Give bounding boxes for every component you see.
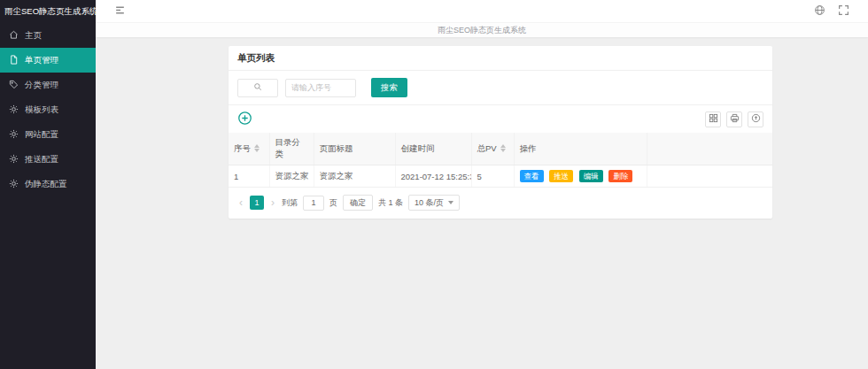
sidebar-item-home[interactable]: 主页	[0, 23, 96, 48]
prev-page-button[interactable]: ‹	[237, 197, 244, 208]
column-header-category: 目录分类	[269, 133, 314, 165]
sidebar-item-label: 伪静态配置	[25, 179, 67, 190]
table-row: 1 资源之家 资源之家 2021-07-12 15:25:35 5 查看 推送 …	[229, 165, 772, 188]
export-icon	[751, 113, 761, 125]
menu-collapse-icon	[114, 4, 126, 19]
gear-icon	[9, 154, 19, 165]
column-header-filler	[647, 133, 772, 165]
push-button[interactable]: 推送	[549, 170, 573, 182]
page-size-select[interactable]: 10 条/页	[408, 195, 460, 211]
single-page-list-card: 单页列表 搜索	[229, 46, 772, 219]
search-field-selector[interactable]	[237, 79, 278, 97]
cell-category: 资源之家	[269, 165, 314, 188]
next-page-button[interactable]: ›	[269, 197, 276, 208]
column-header-actions: 操作	[514, 133, 647, 165]
fullscreen-icon	[838, 4, 849, 19]
add-button[interactable]	[237, 111, 252, 127]
app-window: 雨尘SEO静态页生成系统 主页 单页管理 分类管理 模板列表 网站配置	[0, 0, 868, 369]
cell-page-title: 资源之家	[314, 165, 395, 188]
plus-circle-icon	[237, 111, 252, 127]
cell-filler	[647, 165, 772, 188]
card-title: 单页列表	[229, 46, 772, 71]
sidebar: 雨尘SEO静态页生成系统 主页 单页管理 分类管理 模板列表 网站配置	[0, 0, 96, 369]
search-row: 搜索	[229, 71, 772, 105]
tag-icon	[9, 80, 19, 91]
sidebar-item-label: 主页	[25, 30, 42, 42]
sidebar-item-label: 网站配置	[25, 129, 58, 141]
filter-columns-button[interactable]	[705, 111, 721, 127]
topbar	[96, 0, 868, 22]
chevron-down-icon	[448, 201, 453, 204]
menu-collapse-button[interactable]	[108, 0, 132, 22]
total-count-label: 共 1 条	[378, 197, 403, 209]
main-area: 雨尘SEO静态页生成系统 单页列表 搜索	[96, 0, 868, 369]
sidebar-item-site-config[interactable]: 网站配置	[0, 122, 96, 147]
single-page-table: 序号 目录分类 页面标题 创建时间 总PV 操作 1 资源之家	[229, 133, 772, 188]
globe-icon	[814, 4, 825, 19]
cell-actions: 查看 推送 编辑 删除	[514, 165, 647, 188]
column-header-page-title: 页面标题	[314, 133, 395, 165]
table-tools	[705, 111, 763, 127]
sidebar-item-template[interactable]: 模板列表	[0, 97, 96, 122]
gear-icon	[9, 104, 19, 116]
sidebar-item-label: 模板列表	[25, 104, 58, 116]
column-header-created-at: 创建时间	[395, 133, 471, 165]
content-area: 单页列表 搜索	[96, 37, 868, 219]
jump-unit-label: 页	[329, 197, 337, 209]
document-icon	[9, 55, 19, 66]
sort-icon[interactable]	[500, 144, 506, 152]
sidebar-item-category[interactable]: 分类管理	[0, 73, 96, 97]
confirm-button[interactable]: 确定	[343, 195, 373, 211]
page-title: 雨尘SEO静态页生成系统	[438, 26, 526, 35]
view-button[interactable]: 查看	[520, 170, 544, 182]
search-input[interactable]	[285, 79, 356, 97]
sidebar-item-rewrite-config[interactable]: 伪静态配置	[0, 172, 96, 196]
table-header-row: 序号 目录分类 页面标题 创建时间 总PV 操作	[229, 133, 772, 165]
edit-button[interactable]: 编辑	[579, 170, 603, 182]
delete-button[interactable]: 删除	[608, 170, 632, 182]
current-page-button[interactable]: 1	[250, 196, 264, 210]
column-header-seq: 序号	[229, 133, 269, 165]
sidebar-item-single-page[interactable]: 单页管理	[0, 48, 96, 73]
filter-columns-icon	[709, 113, 718, 125]
sidebar-item-label: 单页管理	[25, 55, 58, 66]
sidebar-item-label: 推送配置	[25, 154, 58, 165]
table-toolbar	[229, 105, 772, 133]
column-header-pv: 总PV	[471, 133, 514, 165]
gear-icon	[9, 179, 19, 190]
cell-pv: 5	[471, 165, 514, 188]
fullscreen-button[interactable]	[832, 0, 856, 22]
jump-label: 到第	[282, 197, 298, 209]
cell-created-at: 2021-07-12 15:25:35	[395, 165, 471, 188]
jump-page-input[interactable]	[303, 196, 324, 211]
breadcrumb-bar: 雨尘SEO静态页生成系统	[96, 22, 868, 37]
sidebar-item-push-config[interactable]: 推送配置	[0, 147, 96, 172]
gear-icon	[9, 129, 19, 141]
search-icon	[253, 82, 262, 93]
pagination: ‹ 1 › 到第 页 确定 共 1 条 10 条/页	[229, 188, 772, 219]
app-title: 雨尘SEO静态页生成系统	[0, 0, 96, 23]
sidebar-nav: 主页 单页管理 分类管理 模板列表 网站配置 推送配置	[0, 23, 96, 196]
home-icon	[9, 30, 19, 42]
page-size-value: 10 条/页	[415, 197, 444, 209]
globe-button[interactable]	[808, 0, 832, 22]
export-button[interactable]	[748, 111, 763, 127]
sort-icon[interactable]	[254, 144, 260, 152]
print-icon	[730, 113, 740, 125]
search-button[interactable]: 搜索	[371, 78, 407, 97]
sidebar-item-label: 分类管理	[25, 80, 58, 91]
cell-seq: 1	[229, 165, 269, 188]
print-button[interactable]	[726, 111, 742, 127]
